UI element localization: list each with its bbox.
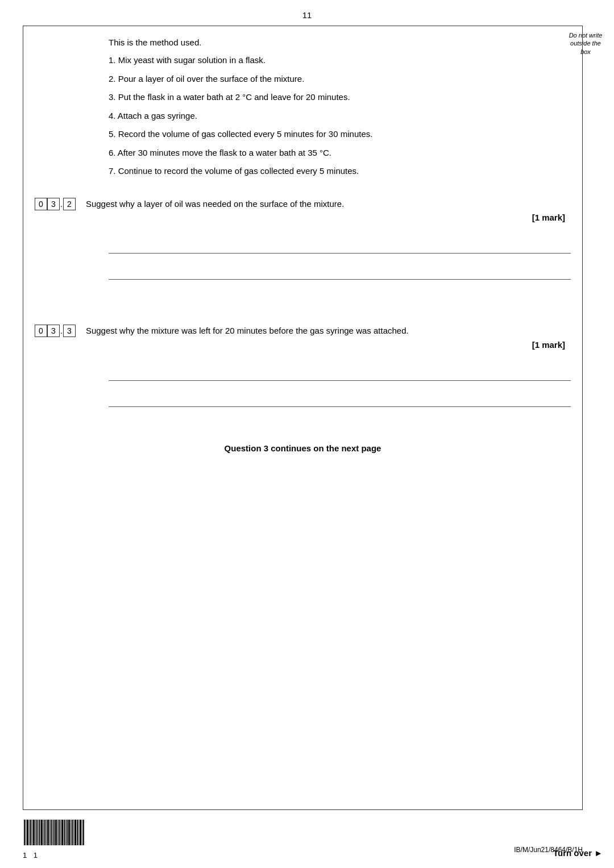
svg-rect-33 [77, 820, 78, 845]
svg-rect-0 [24, 820, 25, 845]
page-container: 11 Do not write outside the box This is … [0, 0, 614, 868]
svg-rect-6 [33, 820, 35, 845]
num-dot-b: . [60, 326, 63, 335]
svg-rect-15 [47, 820, 49, 845]
svg-rect-2 [27, 820, 28, 845]
method-step-4: 4. Attach a gas syringe. [109, 110, 571, 123]
svg-rect-9 [38, 820, 39, 845]
method-step-2: 2. Pour a layer of oil over the surface … [109, 73, 571, 86]
continues-text: Question 3 continues on the next page [35, 443, 571, 453]
svg-rect-20 [55, 820, 57, 845]
question-text-block-033: Suggest why the mixture was left for 20 … [86, 325, 571, 350]
svg-rect-30 [72, 820, 73, 845]
question-block-033: 0 3 . 3 Suggest why the mixture was left… [35, 325, 571, 415]
num-box-3c: 3 [63, 325, 76, 337]
answer-line-033-2[interactable] [109, 389, 571, 407]
svg-rect-27 [67, 820, 68, 845]
question-text-033: Suggest why the mixture was left for 20 … [86, 325, 571, 338]
question-number-032: 0 3 . 2 [35, 198, 76, 210]
svg-rect-23 [60, 820, 61, 845]
page-number: 11 [0, 0, 614, 26]
method-step-6: 6. After 30 minutes move the flask to a … [109, 147, 571, 160]
mark-label-032: [1 mark] [86, 213, 565, 222]
method-steps: 1. Mix yeast with sugar solution in a fl… [109, 54, 571, 178]
mark-label-033: [1 mark] [86, 340, 565, 350]
svg-rect-22 [59, 820, 60, 845]
svg-rect-19 [53, 820, 55, 845]
svg-rect-24 [61, 820, 63, 845]
svg-rect-36 [82, 820, 82, 845]
main-content-box: This is the method used. 1. Mix yeast wi… [23, 26, 583, 810]
svg-rect-8 [36, 820, 38, 845]
svg-rect-34 [78, 820, 79, 845]
svg-rect-3 [29, 820, 30, 845]
method-step-7: 7. Continue to record the volume of gas … [109, 165, 571, 178]
num-box-3a: 3 [47, 198, 60, 210]
svg-rect-10 [39, 820, 40, 845]
svg-rect-13 [44, 820, 45, 845]
question-text-032: Suggest why a layer of oil was needed on… [86, 198, 571, 211]
svg-rect-4 [30, 820, 31, 845]
svg-rect-5 [32, 820, 32, 845]
answer-lines-032 [109, 235, 571, 288]
answer-line-032-1[interactable] [109, 235, 571, 254]
num-box-0b: 0 [35, 325, 47, 337]
svg-rect-18 [52, 820, 53, 845]
svg-rect-7 [35, 820, 36, 845]
svg-rect-35 [80, 820, 81, 845]
num-box-0a: 0 [35, 198, 47, 210]
svg-rect-37 [83, 820, 84, 845]
svg-rect-29 [70, 820, 71, 845]
num-dot-a: . [60, 200, 63, 209]
svg-rect-11 [41, 820, 43, 845]
num-box-3b: 3 [47, 325, 60, 337]
svg-rect-28 [68, 820, 70, 845]
answer-lines-033 [109, 363, 571, 415]
svg-rect-21 [57, 820, 58, 845]
footer-reference: IB/M/Jun21/8464/B/1H [514, 846, 583, 854]
svg-rect-32 [74, 820, 76, 845]
svg-rect-17 [51, 820, 52, 845]
question-block-032: 0 3 . 2 Suggest why a layer of oil was n… [35, 198, 571, 288]
svg-rect-1 [26, 820, 26, 845]
barcode-number: 1 1 [23, 851, 40, 859]
method-step-5: 5. Record the volume of gas collected ev… [109, 128, 571, 141]
answer-line-033-1[interactable] [109, 363, 571, 381]
svg-rect-12 [43, 820, 44, 845]
svg-rect-26 [65, 820, 66, 845]
question-row-032: 0 3 . 2 Suggest why a layer of oil was n… [35, 198, 571, 223]
svg-rect-25 [64, 820, 65, 845]
question-text-block-032: Suggest why a layer of oil was needed on… [86, 198, 571, 223]
barcode-area: 1 1 [23, 819, 85, 859]
method-step-1: 1. Mix yeast with sugar solution in a fl… [109, 54, 571, 67]
question-number-033: 0 3 . 3 [35, 325, 76, 337]
svg-rect-16 [49, 820, 50, 845]
barcode-image [23, 819, 85, 850]
question-mark-row-033: Suggest why the mixture was left for 20 … [86, 325, 571, 338]
question-row-033: 0 3 . 3 Suggest why the mixture was left… [35, 325, 571, 350]
method-step-3: 3. Put the flask in a water bath at 2 °C… [109, 91, 571, 104]
svg-rect-31 [73, 820, 74, 845]
method-intro: This is the method used. [109, 38, 571, 47]
num-box-2: 2 [63, 198, 76, 210]
answer-line-032-2[interactable] [109, 261, 571, 280]
svg-rect-14 [46, 820, 47, 845]
question-mark-row-032: Suggest why a layer of oil was needed on… [86, 198, 571, 211]
